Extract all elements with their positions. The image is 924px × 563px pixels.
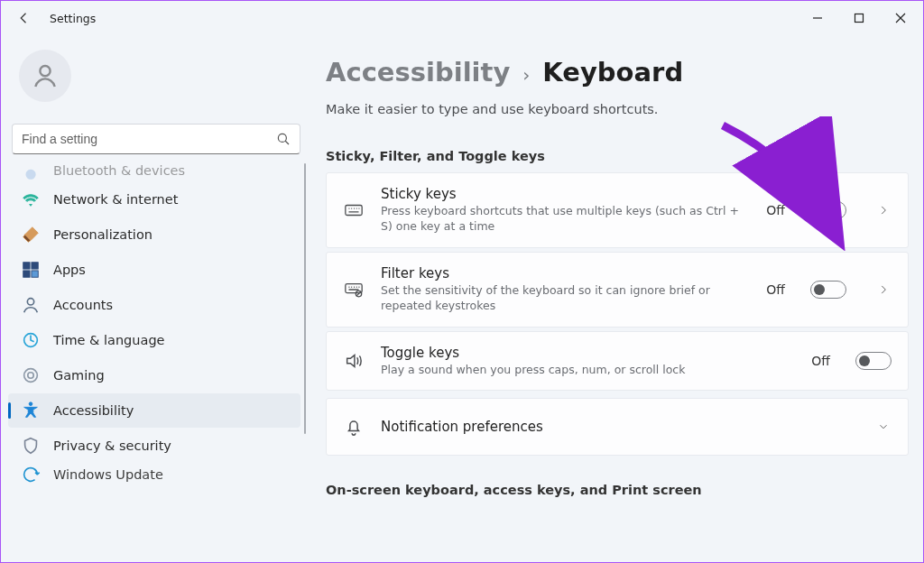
sidebar-item-gaming[interactable]: Gaming [8,358,300,392]
setting-row-notification-preferences[interactable]: Notification preferences [326,398,909,456]
main-content: Accessibility › Keyboard Make it easier … [308,35,923,563]
accessibility-icon [21,401,41,420]
breadcrumb-parent[interactable]: Accessibility [326,57,510,88]
chevron-right-icon: › [522,64,530,86]
setting-title: Toggle keys [381,345,795,361]
sidebar-item-apps[interactable]: Apps [8,253,300,287]
svg-point-11 [24,369,38,383]
keyboard-icon [343,200,365,220]
setting-title: Filter keys [381,265,750,282]
window-controls [797,5,921,32]
sidebar-item-label: Windows Update [53,467,163,482]
sidebar-item-accessibility[interactable]: Accessibility [8,393,300,428]
svg-point-12 [28,373,33,378]
svg-line-4 [285,141,289,144]
sidebar-item-label: Time & language [53,333,165,347]
chevron-right-icon[interactable] [877,282,892,297]
sidebar-item-bluetooth[interactable]: ● Bluetooth & devices [8,163,300,181]
setting-row-sticky-keys[interactable]: Sticky keys Press keyboard shortcuts tha… [326,172,909,248]
sidebar-item-label: Accessibility [53,403,134,418]
gaming-icon [21,365,41,385]
svg-rect-1 [855,14,864,23]
keyboard-filter-icon [343,280,365,300]
sidebar-item-privacy[interactable]: Privacy & security [8,429,300,463]
sidebar-item-time-language[interactable]: Time & language [8,323,300,357]
chevron-down-icon[interactable] [877,420,892,434]
breadcrumb: Accessibility › Keyboard [326,57,909,88]
chevron-right-icon[interactable] [877,203,892,217]
avatar[interactable] [19,50,71,102]
bluetooth-icon: ● [21,163,41,181]
sidebar-item-label: Accounts [53,298,113,312]
search-input[interactable] [12,124,300,154]
svg-rect-14 [346,205,362,215]
svg-rect-6 [32,263,38,269]
back-button[interactable] [12,5,37,31]
apps-icon [21,260,41,280]
toggle-state-label: Off [766,203,785,217]
setting-description: Press keyboard shortcuts that use multip… [381,204,750,235]
section-header-onscreen-keyboard: On-screen keyboard, access keys, and Pri… [326,483,909,497]
sidebar-scrollbar[interactable] [304,163,306,434]
sidebar-item-label: Apps [53,263,86,277]
clock-globe-icon [21,330,41,350]
sidebar-item-label: Gaming [53,368,105,383]
setting-title: Notification preferences [381,419,846,435]
minimize-button[interactable] [797,5,838,32]
setting-description: Play a sound when you press caps, num, o… [381,363,795,378]
sidebar: ● Bluetooth & devices Network & internet… [1,35,308,563]
brush-icon [21,225,41,245]
setting-description: Set the sensitivity of the keyboard so i… [381,283,750,314]
section-header-sticky-filter-toggle: Sticky, Filter, and Toggle keys [326,149,909,163]
svg-rect-7 [23,271,30,277]
svg-point-13 [29,402,32,406]
person-icon [21,295,41,315]
toggle-state-label: Off [811,354,830,368]
filter-keys-toggle[interactable] [810,281,846,299]
titlebar: Settings [1,1,923,35]
nav-list: ● Bluetooth & devices Network & internet… [6,163,308,485]
wifi-icon [21,189,41,209]
setting-title: Sticky keys [381,186,750,202]
svg-point-2 [40,66,50,76]
sidebar-item-label: Personalization [53,227,152,242]
toggle-keys-toggle[interactable] [855,352,892,370]
svg-rect-8 [32,271,38,277]
sidebar-item-accounts[interactable]: Accounts [8,288,300,322]
shield-icon [21,436,41,456]
sidebar-item-personalization[interactable]: Personalization [8,217,300,252]
setting-row-toggle-keys[interactable]: Toggle keys Play a sound when you press … [326,331,909,392]
maximize-button[interactable] [838,5,880,32]
setting-row-filter-keys[interactable]: Filter keys Set the sensitivity of the k… [326,252,909,328]
update-icon [21,465,41,485]
sticky-keys-toggle[interactable] [810,201,846,219]
close-button[interactable] [880,5,921,32]
sidebar-item-label: Privacy & security [53,438,171,453]
sound-icon [343,351,365,371]
window-title: Settings [50,12,96,25]
sidebar-item-network[interactable]: Network & internet [8,182,300,217]
svg-point-9 [27,299,33,305]
toggle-state-label: Off [766,282,785,297]
sidebar-item-windows-update[interactable]: Windows Update [8,464,300,485]
sidebar-item-label: Bluetooth & devices [53,163,185,178]
search-icon [275,131,291,147]
svg-point-3 [278,134,286,142]
bell-icon [343,417,365,437]
page-subtitle: Make it easier to type and use keyboard … [326,102,909,116]
page-title: Keyboard [542,57,683,88]
sidebar-item-label: Network & internet [53,192,178,207]
svg-rect-5 [23,263,30,269]
